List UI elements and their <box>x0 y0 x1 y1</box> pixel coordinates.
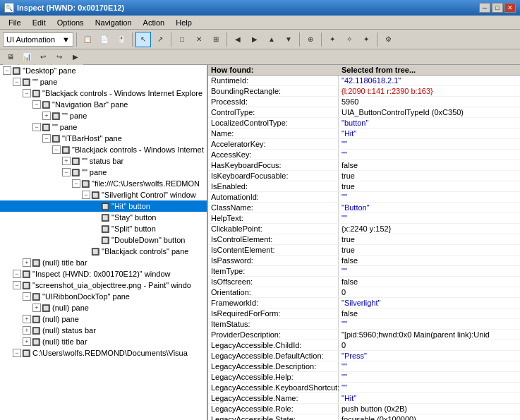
tree-expander[interactable]: − <box>32 100 41 109</box>
tree-item[interactable]: −🔲"" pane <box>0 121 207 133</box>
menu-item-options[interactable]: Options <box>52 17 90 28</box>
minimize-button[interactable]: ─ <box>479 3 490 13</box>
toolbar-btn-nav-down[interactable]: ▼ <box>281 32 296 47</box>
tree-expander[interactable]: + <box>42 112 51 120</box>
prop-value: "" <box>339 150 520 160</box>
tree-item-label: "Navigation Bar" pane <box>52 100 128 109</box>
toolbar-btn-7[interactable]: ⊞ <box>208 32 224 47</box>
tree-item[interactable]: −🔲"file:///C:\Users\wolfs.REDMON <box>0 178 207 189</box>
prop-name: ClassName: <box>208 203 339 212</box>
tree-item[interactable]: −🔲"screenshot_uia_objecttree.png - Paint… <box>0 280 207 291</box>
tree-item[interactable]: −🔲C:\Users\wolfs.REDMOND\Documents\Visua <box>0 347 207 359</box>
toolbar-btn-11[interactable]: ✦ <box>358 32 374 47</box>
toolbar-btn-1[interactable]: 📋 <box>80 32 95 47</box>
tree-expander[interactable]: − <box>82 191 90 199</box>
toolbar-btn-12[interactable]: ⚙ <box>380 32 396 47</box>
tree-item[interactable]: +🔲(null) title bar <box>0 336 207 347</box>
prop-value: "Press" <box>339 351 520 361</box>
tree-expander[interactable]: + <box>23 326 31 335</box>
tree-expander[interactable]: + <box>62 157 71 165</box>
tree-node-icon: 🔲 <box>21 269 31 279</box>
tree-expander[interactable]: − <box>32 123 41 131</box>
tree-expander[interactable]: − <box>23 292 31 301</box>
toolbar-btn-10[interactable]: ✧ <box>341 32 357 47</box>
tree-item[interactable]: −🔲"Blackjack controls - Windows Internet <box>0 144 207 155</box>
ui-framework-combo[interactable]: UI Automation ▼ <box>3 32 73 47</box>
tree-item[interactable]: 🔲"Split" button <box>0 223 207 234</box>
tree-expander <box>92 236 100 244</box>
tree-expander[interactable]: − <box>13 270 21 278</box>
menu-item-edit[interactable]: Edit <box>27 17 52 28</box>
tree-item[interactable]: −🔲"Blackjack controls - Windows Internet… <box>0 88 207 99</box>
toolbar2-btn-4[interactable]: ↪ <box>52 49 67 65</box>
toolbar2-btn-5[interactable]: ▶ <box>68 49 83 65</box>
tree-item[interactable]: +🔲"" pane <box>0 110 207 121</box>
tree-expander <box>92 202 100 210</box>
tree-item[interactable]: 🔲"Stay" button <box>0 212 207 223</box>
tree-pane[interactable]: −🔲"Desktop" pane−🔲"" pane−🔲"Blackjack co… <box>0 65 208 420</box>
toolbar-btn-nav-left[interactable]: ◀ <box>230 32 246 47</box>
toolbar2-btn-1[interactable]: 🖥 <box>3 49 18 65</box>
prop-name: LegacyAccessible.State: <box>208 414 339 420</box>
tree-item-label: "Blackjack controls - Windows Internet E… <box>42 89 202 97</box>
toolbar-btn-9[interactable]: ✦ <box>325 32 340 47</box>
tree-item[interactable]: −🔲"Desktop" pane <box>0 65 207 76</box>
prop-name: IsEnabled: <box>208 181 339 191</box>
tree-item[interactable]: 🔲"Blackjack controls" pane <box>0 246 207 257</box>
tree-expander[interactable]: − <box>52 145 61 154</box>
toolbar-btn-4[interactable]: ↗ <box>152 32 168 47</box>
tree-expander[interactable]: − <box>42 134 51 143</box>
tree-item[interactable]: +🔲(null) pane <box>0 302 207 313</box>
tree-expander[interactable]: − <box>3 66 11 75</box>
prop-row: ClassName:"Button" <box>208 203 520 213</box>
separator-6 <box>321 32 322 47</box>
tree-expander[interactable]: − <box>23 89 31 97</box>
tree-node-icon: 🔲 <box>41 100 51 109</box>
tree-expander[interactable]: − <box>62 168 71 176</box>
toolbar-btn-nav-up[interactable]: ▲ <box>264 32 279 47</box>
prop-row: FrameworkId:"Silverlight" <box>208 298 520 308</box>
toolbar-btn-8[interactable]: ⊕ <box>303 32 318 47</box>
toolbar-btn-3[interactable]: 🖱️ <box>114 32 129 47</box>
prop-value: false <box>339 308 520 318</box>
toolbar-btn-cursor[interactable]: ↖ <box>135 32 151 47</box>
tree-expander[interactable]: − <box>13 349 21 357</box>
tree-expander[interactable]: + <box>23 258 31 267</box>
tree-item[interactable]: −🔲"UIRibbonDockTop" pane <box>0 291 207 302</box>
toolbar-btn-2[interactable]: 📄 <box>97 32 112 47</box>
tree-node-icon: 🔲 <box>21 280 31 290</box>
prop-value: UIA_ButtonControlTypeId (0xC350) <box>339 107 520 117</box>
menu-item-file[interactable]: File <box>3 17 27 28</box>
tree-item[interactable]: +🔲"" status bar <box>0 155 207 167</box>
tree-expander[interactable]: − <box>13 78 21 86</box>
tree-item[interactable]: −🔲"Navigation Bar" pane <box>0 99 207 110</box>
menu-item-navigation[interactable]: Navigation <box>90 17 138 28</box>
menu-item-help[interactable]: Help <box>170 17 198 28</box>
tree-item[interactable]: +🔲(null) title bar <box>0 257 207 268</box>
tree-expander[interactable]: − <box>13 281 21 289</box>
toolbar-btn-5[interactable]: □ <box>174 32 190 47</box>
prop-value: {x:2240 y:152} <box>339 224 520 234</box>
menu-item-action[interactable]: Action <box>138 17 171 28</box>
tree-item[interactable]: −🔲"Inspect (HWND: 0x00170E12)" window <box>0 268 207 280</box>
tree-item[interactable]: +🔲(null) pane <box>0 313 207 325</box>
tree-expander[interactable]: + <box>32 304 41 312</box>
tree-item[interactable]: −🔲"" pane <box>0 167 207 178</box>
maximize-button[interactable]: □ <box>492 3 503 13</box>
tree-item-label: "screenshot_uia_objecttree.png - Paint" … <box>32 281 191 289</box>
toolbar2-btn-2[interactable]: 📊 <box>19 49 35 65</box>
prop-name: LegacyAccessible.ChildId: <box>208 340 339 350</box>
tree-item[interactable]: +🔲(null) status bar <box>0 325 207 336</box>
toolbar2-btn-3[interactable]: ↩ <box>35 49 51 65</box>
tree-item[interactable]: 🔲"Hit" button <box>0 200 207 212</box>
close-button[interactable]: ✕ <box>504 3 516 13</box>
tree-item[interactable]: 🔲"DoubleDown" button <box>0 234 207 246</box>
tree-item[interactable]: −🔲"" pane <box>0 76 207 88</box>
tree-item[interactable]: −🔲"ITBarHost" pane <box>0 133 207 144</box>
toolbar-btn-nav-right[interactable]: ▶ <box>247 32 262 47</box>
toolbar-btn-6[interactable]: ✕ <box>191 32 207 47</box>
tree-expander[interactable]: + <box>23 337 31 346</box>
tree-expander[interactable]: − <box>72 179 80 188</box>
tree-item[interactable]: −🔲"Silverlight Control" window <box>0 189 207 200</box>
tree-expander[interactable]: + <box>23 315 31 323</box>
